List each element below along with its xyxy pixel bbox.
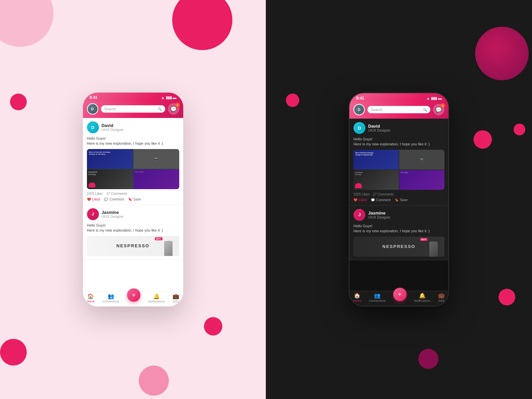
nav-home-dark[interactable]: 🏠 Home xyxy=(353,293,361,302)
post-avatar-david-light[interactable]: D xyxy=(87,121,99,133)
phone-dark-wrapper: 9:41 ▲ ▮▮▮ ▬ D Search 🔍 xyxy=(349,93,449,306)
post-avatar-jasmine-dark[interactable]: J xyxy=(353,209,365,221)
bottom-nav-light: 🏠 Home 👥 Connections + 🔔 Notifications 💼… xyxy=(83,291,183,306)
connections-label-light: Connections xyxy=(103,300,119,303)
home-label-dark: Home xyxy=(353,299,361,302)
portfolio-grid-dark: Best-of-breed strategy,design & engineer… xyxy=(353,150,444,190)
right-panel: 9:41 ▲ ▮▮▮ ▬ D Search 🔍 xyxy=(266,0,532,399)
post-avatar-jasmine-light[interactable]: J xyxy=(87,208,99,220)
search-placeholder-light: Search xyxy=(104,107,156,111)
jobs-icon-light: 💼 xyxy=(173,294,179,299)
notification-button-light[interactable]: 💬 2 xyxy=(168,103,179,115)
phone-header-dark: D Search 🔍 💬 2 xyxy=(349,102,448,119)
comment-button-light[interactable]: 💬 Comment xyxy=(104,197,124,201)
notifications-icon-light: 🔔 xyxy=(153,294,160,299)
header-avatar-light[interactable]: D xyxy=(87,103,98,115)
right-deco-circle-3 xyxy=(473,130,492,149)
nav-connections-dark[interactable]: 👥 Connections xyxy=(369,293,386,302)
deco-circle-4 xyxy=(0,339,27,366)
nespresso-logo-dark: NESPRESSO xyxy=(383,244,416,249)
phone-light-wrapper: 9:41 ▲ ▮▮▮ ▬ D Search 🔍 xyxy=(83,93,183,306)
buy-tag-light: BUY xyxy=(155,237,163,240)
search-placeholder-dark: Search xyxy=(371,108,421,112)
notifications-icon-dark: 🔔 xyxy=(419,293,426,298)
save-button-dark[interactable]: 🔖 Save xyxy=(395,198,408,202)
nespresso-machine-light xyxy=(164,241,173,256)
comment-button-dark[interactable]: 💬 Comment xyxy=(371,198,391,202)
home-icon-light: 🏠 xyxy=(87,294,94,299)
david-text-line1-dark: Hello Guys! xyxy=(353,137,373,141)
portfolio-grid-light: Best-of-breed strategy,design & earning.… xyxy=(87,149,179,189)
save-label-dark: Save xyxy=(400,198,408,202)
comment-icon-dark: 💬 xyxy=(371,198,375,202)
portfolio-cell-dark-1: Best-of-breed strategy,design & engineer… xyxy=(353,150,399,169)
wifi-icon: ▲ xyxy=(161,96,165,100)
save-icon-dark: 🔖 xyxy=(395,198,399,202)
bird-accent-dark xyxy=(355,183,362,188)
portfolio-cell-1: Best-of-breed strategy,design & earning. xyxy=(87,149,133,169)
wifi-icon-dark: ▲ xyxy=(426,96,430,100)
header-avatar-dark[interactable]: D xyxy=(353,104,365,115)
portfolio-cell-2: 📷 xyxy=(133,149,179,169)
signal-icon-dark: ▮▮▮ xyxy=(431,96,437,101)
nav-home-light[interactable]: 🏠 Home xyxy=(87,294,95,303)
home-label-light: Home xyxy=(87,300,95,303)
jasmine-text-line1: Hello Guys! xyxy=(87,223,106,227)
post-jasmine-dark: J Jasmine UIUX Designer Hello Guys! Here… xyxy=(349,206,448,260)
nav-jobs-dark[interactable]: 💼 Jobs xyxy=(438,293,445,302)
jasmine-name-dark: Jasmine xyxy=(368,211,391,216)
david-post-stats-light: 1025 Likes 17 Comments xyxy=(87,192,179,195)
post-header-jasmine-dark: J Jasmine UIUX Designer xyxy=(353,209,444,221)
connections-label-dark: Connections xyxy=(369,299,386,302)
david-post-actions-light: ❤️ Liked 💬 Comment 🔖 Save xyxy=(87,197,179,201)
comments-count-light: 17 Comments xyxy=(106,192,127,195)
liked-button-dark[interactable]: ❤️ Liked xyxy=(353,198,367,202)
nespresso-logo-light: NESPRESSO xyxy=(116,243,149,248)
nav-jobs-light[interactable]: 💼 Jobs xyxy=(173,294,179,303)
fab-button-dark[interactable]: + xyxy=(393,288,407,301)
status-bar-light: 9:41 ▲ ▮▮▮ ▬ xyxy=(83,93,183,101)
david-avatar-face-dark: D xyxy=(353,122,365,134)
david-post-text-light: Hello Guys! Here is my new exploration, … xyxy=(87,136,179,146)
jasmine-post-text-light: Hello Guys! Here is my new exploration, … xyxy=(87,223,179,233)
deco-circle-6 xyxy=(139,366,169,396)
nav-notifications-dark[interactable]: 🔔 Notifications xyxy=(414,293,430,302)
jasmine-text-line2: Here is my new exploration, I hope you l… xyxy=(87,228,163,232)
fab-button-light[interactable]: + xyxy=(127,288,140,302)
notif-badge-dark: 2 xyxy=(440,103,445,108)
search-bar-dark[interactable]: Search 🔍 xyxy=(367,106,430,113)
battery-icon: ▬ xyxy=(173,96,177,100)
comment-label-light: Comment xyxy=(109,197,124,201)
nav-notifications-light[interactable]: 🔔 Notifications xyxy=(148,294,165,303)
status-icons-light: ▲ ▮▮▮ ▬ xyxy=(161,96,177,100)
post-avatar-david-dark[interactable]: D xyxy=(353,122,365,134)
connections-icon-light: 👥 xyxy=(108,294,114,299)
fab-plus-icon: + xyxy=(132,291,136,299)
nespresso-machine-dark xyxy=(429,242,438,257)
nav-connections-light[interactable]: 👥 Connections xyxy=(103,294,119,303)
right-deco-circle-4 xyxy=(514,124,525,135)
post-user-info-david-light: David UIUX Designer xyxy=(102,123,124,132)
notifications-label-light: Notifications xyxy=(148,300,165,303)
search-bar-light[interactable]: Search 🔍 xyxy=(101,105,165,113)
comments-count-dark: 17 Comments xyxy=(373,192,394,196)
save-button-light[interactable]: 🔖 Save xyxy=(128,197,141,201)
status-icons-dark: ▲ ▮▮▮ ▬ xyxy=(426,96,442,101)
notification-button-dark[interactable]: 💬 2 xyxy=(433,104,444,115)
jasmine-title-dark: UIUX Designer xyxy=(368,216,391,219)
battery-icon-dark: ▬ xyxy=(438,96,442,100)
jobs-label-light: Jobs xyxy=(173,300,179,303)
david-text-line2: Here is my new exploration, I hope you l… xyxy=(87,141,163,145)
heart-icon-light: ❤️ xyxy=(87,197,91,201)
david-name-light: David xyxy=(102,123,124,128)
liked-button-light[interactable]: ❤️ Liked xyxy=(87,197,100,201)
deco-circle-5 xyxy=(204,317,222,336)
jasmine-avatar-face-light: J xyxy=(87,208,99,220)
feed-content-dark: D David UIUX Designer Hello Guys! Here i… xyxy=(349,119,448,299)
portfolio-cell-3: AudubonSociety xyxy=(87,169,133,189)
jasmine-post-text-dark: Hello Guys! Here is my new exploration, … xyxy=(353,224,444,234)
left-panel: 9:41 ▲ ▮▮▮ ▬ D Search 🔍 xyxy=(0,0,266,399)
header-avatar-face: D xyxy=(88,104,98,114)
save-icon-light: 🔖 xyxy=(128,197,132,201)
deco-circle-3 xyxy=(10,94,27,110)
